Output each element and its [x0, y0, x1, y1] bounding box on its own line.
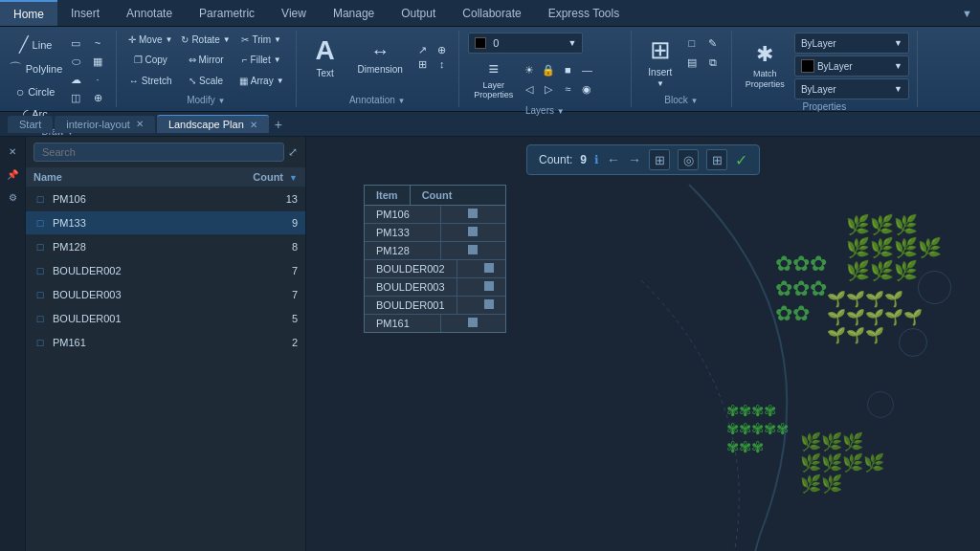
- canvas-count-view-button[interactable]: ◎: [678, 149, 699, 170]
- canvas-cell-count: [441, 315, 489, 332]
- canvas-count-info-icon[interactable]: ℹ: [594, 153, 599, 166]
- array-dropdown-icon[interactable]: ▼: [277, 77, 284, 85]
- create-block-icon[interactable]: □: [683, 34, 701, 52]
- panel-close-icon[interactable]: ✕: [4, 143, 21, 160]
- move-dropdown-icon[interactable]: ▼: [165, 35, 172, 44]
- canvas-count-zoom-button[interactable]: ⊞: [649, 149, 670, 170]
- layer-dropdown[interactable]: 0 ▼: [468, 33, 583, 54]
- rotate-dropdown-icon[interactable]: ▼: [223, 35, 231, 44]
- fillet-dropdown-icon[interactable]: ▼: [274, 55, 281, 64]
- canvas-table-row: PM133: [365, 224, 505, 242]
- tab-start[interactable]: Start: [8, 116, 53, 133]
- ordinate-icon[interactable]: ↕: [434, 58, 451, 71]
- app-menu-icon[interactable]: ▼: [962, 8, 980, 19]
- new-tab-button[interactable]: +: [275, 117, 282, 132]
- row-block-icon: □: [33, 312, 47, 325]
- draw-hatch-icon[interactable]: ▦: [87, 53, 108, 70]
- tab-view[interactable]: View: [268, 0, 320, 26]
- trim-dropdown-icon[interactable]: ▼: [274, 35, 281, 44]
- layer-color-icon[interactable]: ■: [559, 61, 576, 78]
- table-row[interactable]: □ BOULDER001 5: [26, 307, 305, 331]
- search-input[interactable]: [33, 143, 284, 162]
- table-row[interactable]: □ PM128 8: [26, 235, 305, 259]
- row-name-label: PM161: [53, 337, 250, 348]
- modify-mirror-button[interactable]: ⇔ Mirror: [177, 53, 234, 67]
- tab-collaborate[interactable]: Collaborate: [449, 0, 534, 26]
- center-mark-icon[interactable]: ⊕: [434, 44, 451, 56]
- column-header-count[interactable]: Count ▼: [250, 171, 298, 183]
- layer-prev-icon[interactable]: ◁: [521, 80, 538, 98]
- ribbon: Home Insert Annotate Parametric View Man…: [0, 0, 980, 112]
- draw-polyline-button[interactable]: ⌒ Polyline: [8, 57, 63, 80]
- color-preview: [801, 59, 814, 73]
- tab-insert[interactable]: Insert: [57, 0, 113, 26]
- draw-point-icon[interactable]: ·: [87, 71, 108, 88]
- tab-landscape-close-button[interactable]: ✕: [250, 120, 257, 130]
- tab-express-tools[interactable]: Express Tools: [535, 0, 633, 26]
- draw-spline-icon[interactable]: ~: [87, 34, 108, 52]
- modify-copy-button[interactable]: ❐ Copy: [124, 53, 176, 67]
- leader-icon[interactable]: ↗: [414, 44, 432, 56]
- tab-parametric[interactable]: Parametric: [186, 0, 268, 26]
- row-count-label: 5: [250, 313, 298, 324]
- match-properties-button[interactable]: ✱ MatchProperties: [740, 33, 791, 99]
- layer-properties-button[interactable]: ≡ LayerProperties: [468, 56, 519, 103]
- tab-interior-layout[interactable]: interior-layout ✕: [55, 116, 155, 133]
- draw-circle-button[interactable]: ○ Circle: [8, 81, 63, 102]
- modify-stretch-button[interactable]: ↔ Stretch: [124, 74, 176, 88]
- tab-home[interactable]: Home: [0, 0, 57, 26]
- modify-trim-button[interactable]: ✂ Trim ▼: [235, 33, 288, 47]
- block-ref-icon[interactable]: ⧉: [704, 54, 722, 71]
- panel-pin-icon[interactable]: 📌: [4, 165, 21, 183]
- linetype-dropdown[interactable]: ByLayer ▼: [794, 78, 909, 99]
- modify-array-button[interactable]: ▦ Array ▼: [235, 74, 288, 88]
- polyline-icon: ⌒: [9, 60, 22, 77]
- table-row[interactable]: □ PM133 9: [26, 211, 305, 235]
- table-row[interactable]: □ PM161 2: [26, 331, 305, 355]
- canvas-cell-item: BOULDER002: [365, 260, 457, 277]
- layer-isolate-icon[interactable]: ◉: [578, 80, 595, 98]
- tab-annotate[interactable]: Annotate: [113, 0, 186, 26]
- layer-match-icon[interactable]: ≈: [559, 80, 576, 98]
- scale-icon: ⤡: [189, 76, 196, 86]
- block-mini-icons: □ ✎ ▤ ⧉: [683, 34, 724, 71]
- modify-rotate-button[interactable]: ↻ Rotate ▼: [177, 33, 234, 47]
- canvas-count-table-button[interactable]: ⊞: [706, 149, 727, 170]
- draw-line-button[interactable]: ╱ Line: [8, 33, 63, 56]
- edit-block-icon[interactable]: ✎: [704, 34, 722, 52]
- circle-deco-2: [899, 328, 927, 357]
- canvas-count-next-button[interactable]: →: [628, 152, 641, 167]
- tab-interior-close-button[interactable]: ✕: [136, 119, 144, 129]
- draw-cloud-icon[interactable]: ☁: [65, 71, 86, 88]
- layer-next-icon[interactable]: ▷: [540, 80, 557, 98]
- draw-region-icon[interactable]: ⊕: [87, 89, 108, 106]
- draw-gradient-icon[interactable]: ◫: [65, 89, 86, 106]
- tab-manage[interactable]: Manage: [320, 0, 388, 26]
- tab-output[interactable]: Output: [388, 0, 449, 26]
- tab-landscape-plan[interactable]: Landscape Plan ✕: [157, 115, 269, 133]
- draw-ellipse-icon[interactable]: ⬭: [65, 53, 86, 70]
- modify-move-button[interactable]: ✛ Move ▼: [124, 33, 176, 47]
- search-expand-icon[interactable]: ⤢: [288, 145, 298, 159]
- layer-linetype-icon[interactable]: —: [578, 61, 595, 78]
- table-row[interactable]: □ BOULDER002 7: [26, 259, 305, 283]
- modify-fillet-button[interactable]: ⌐ Fillet ▼: [235, 53, 288, 67]
- table-row[interactable]: □ BOULDER003 7: [26, 283, 305, 307]
- table-icon[interactable]: ⊞: [414, 58, 432, 71]
- row-block-icon: □: [33, 216, 47, 230]
- annotation-text-button[interactable]: A Text: [304, 33, 346, 81]
- insert-icon: ⊞: [650, 35, 671, 65]
- layer-freeze-icon[interactable]: ☀: [521, 61, 538, 78]
- annotation-dimension-button[interactable]: ↔ Dimension: [352, 37, 409, 77]
- block-palette-icon[interactable]: ▤: [683, 54, 701, 71]
- bylayer-dropdown[interactable]: ByLayer ▼: [794, 33, 909, 54]
- color-dropdown[interactable]: ByLayer ▼: [794, 55, 909, 77]
- panel-gear-icon[interactable]: ⚙: [4, 188, 21, 206]
- canvas-count-prev-button[interactable]: ←: [607, 152, 620, 167]
- table-row[interactable]: □ PM106 13: [26, 187, 305, 211]
- canvas-count-check-button[interactable]: ✓: [735, 151, 747, 169]
- modify-scale-button[interactable]: ⤡ Scale: [177, 74, 234, 88]
- layer-lock-icon[interactable]: 🔒: [540, 61, 557, 78]
- draw-rect-icon[interactable]: ▭: [65, 34, 86, 52]
- block-insert-button[interactable]: ⊞ Insert ▼: [639, 33, 681, 91]
